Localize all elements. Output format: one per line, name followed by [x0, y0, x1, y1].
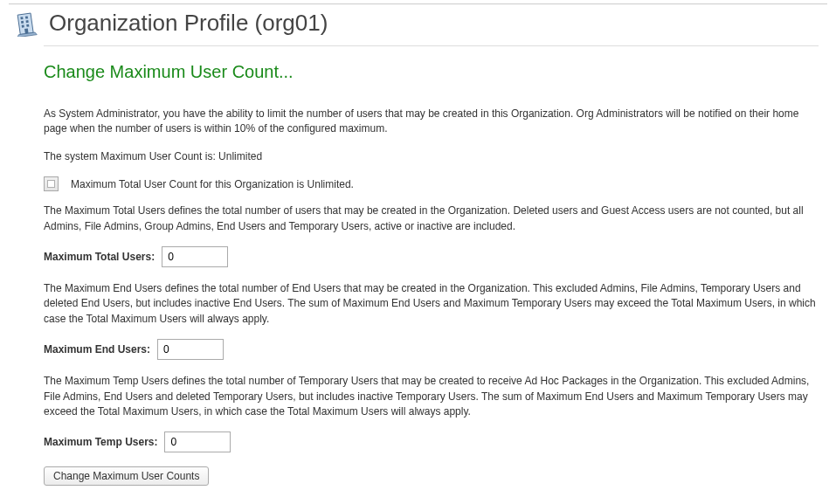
svg-rect-1 [20, 17, 23, 19]
svg-rect-7 [24, 28, 28, 33]
max-end-label: Maximum End Users: [44, 343, 150, 356]
page-title-row: Organization Profile (org01) [9, 10, 827, 45]
max-temp-users-input[interactable] [164, 432, 231, 452]
organization-icon [14, 10, 40, 37]
svg-rect-2 [25, 16, 28, 18]
max-end-users-input[interactable] [157, 339, 224, 360]
svg-rect-3 [21, 20, 24, 23]
svg-rect-5 [22, 24, 24, 27]
svg-rect-4 [26, 20, 29, 23]
max-temp-description: The Maximum Temp Users defines the total… [44, 374, 819, 419]
change-max-user-counts-button[interactable]: Change Maximum User Counts [44, 466, 209, 486]
max-total-description: The Maximum Total Users defines the tota… [44, 204, 819, 234]
unlimited-checkbox[interactable] [44, 176, 59, 191]
max-end-description: The Maximum End Users defines the total … [44, 281, 819, 327]
page-title: Organization Profile (org01) [49, 10, 328, 37]
intro-text: As System Administrator, you have the ab… [44, 107, 819, 137]
unlimited-checkbox-label: Maximum Total User Count for this Organi… [71, 178, 354, 190]
section-heading: Change Maximum User Count... [44, 62, 819, 82]
system-max-line: The system Maximum User Count is: Unlimi… [44, 149, 819, 164]
max-temp-label: Maximum Temp Users: [44, 436, 157, 448]
svg-rect-6 [26, 24, 29, 26]
max-total-users-input[interactable] [162, 246, 228, 267]
max-total-label: Maximum Total Users: [44, 251, 155, 263]
